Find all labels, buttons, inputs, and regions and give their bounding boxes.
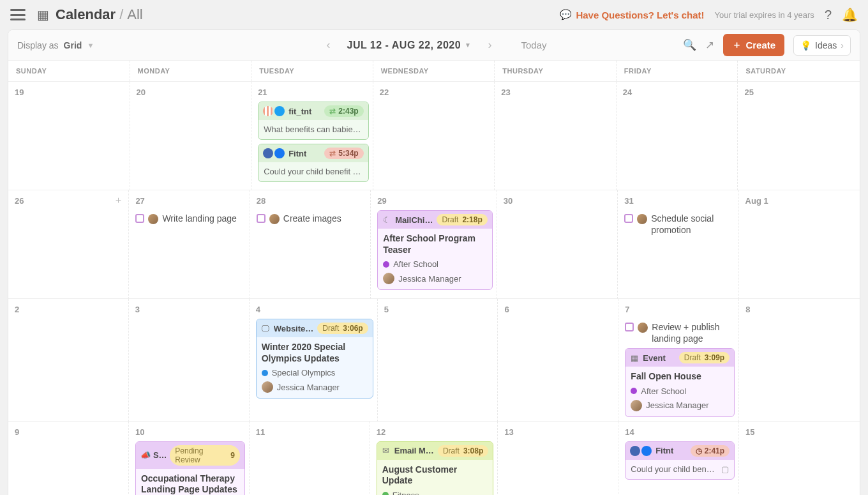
- menu-icon[interactable]: [10, 9, 26, 20]
- add-icon[interactable]: ＋: [114, 194, 123, 206]
- date-range-selector[interactable]: JUL 12 - AUG 22, 2020 ▼: [347, 40, 471, 51]
- weekday-thu: THURSDAY: [495, 61, 617, 81]
- day-cell[interactable]: 13: [498, 422, 618, 495]
- content-card[interactable]: 🖵 Website… Draft3:06p Winter 2020 Specia…: [256, 319, 373, 399]
- day-cell[interactable]: 26＋: [8, 190, 129, 299]
- weekday-tue: TUESDAY: [251, 61, 373, 81]
- chevron-right-icon: ›: [841, 40, 844, 50]
- day-cell[interactable]: 10 📣 S… Pending Review 9 Occupational Th…: [129, 422, 250, 495]
- checkbox[interactable]: [257, 214, 266, 223]
- email-card[interactable]: ✉ Email M… Draft3:08p August Customer Up…: [377, 441, 494, 495]
- facebook-icon: [630, 446, 640, 456]
- day-cell[interactable]: Aug 1: [739, 190, 860, 299]
- search-icon[interactable]: 🔍: [683, 38, 696, 52]
- social-card[interactable]: fit_tnt ⇄2:43p What benefits can babie…: [258, 102, 369, 140]
- clock-icon: ◷: [696, 446, 702, 455]
- megaphone-icon: 📣: [140, 450, 149, 460]
- share-icon[interactable]: ↗: [705, 38, 714, 52]
- avatar: [148, 214, 158, 224]
- shuffle-icon: ⇄: [329, 149, 336, 158]
- day-cell[interactable]: 19: [8, 82, 130, 190]
- chat-icon: 💬: [560, 9, 572, 20]
- card-title: Fall Open House: [631, 371, 729, 383]
- day-cell[interactable]: 15: [739, 422, 860, 495]
- next-icon[interactable]: ›: [483, 36, 497, 54]
- day-cell[interactable]: 23: [495, 82, 617, 190]
- ideas-button[interactable]: 💡 Ideas ›: [793, 35, 851, 56]
- help-icon[interactable]: ?: [825, 8, 832, 22]
- social-campaign-card[interactable]: 📣 S… Pending Review 9 Occupational Thera…: [135, 441, 245, 495]
- day-cell[interactable]: 25: [738, 82, 860, 190]
- day-cell[interactable]: 11: [250, 422, 370, 495]
- card-body: Could your child benefit …: [258, 162, 368, 181]
- task-item[interactable]: Write landing page: [135, 213, 245, 224]
- day-cell[interactable]: 21 fit_tnt ⇄2:43p What benefits can babi…: [251, 82, 373, 190]
- social-card[interactable]: Fitnt ◷2:41p Could your child ben… ▢: [625, 441, 735, 480]
- day-cell[interactable]: 20: [130, 82, 252, 190]
- time-pill: ◷2:41p: [691, 445, 730, 457]
- day-cell[interactable]: 27 Write landing page: [129, 190, 250, 299]
- avatar: [383, 273, 394, 284]
- trial-status: Your trial expires in 4 years: [715, 10, 814, 20]
- status-pill: Pending Review 9: [170, 445, 240, 466]
- app-header: ▦ Calendar / All 💬 Have Questions? Let's…: [0, 0, 868, 29]
- email-card[interactable]: ☾ MailChi… Draft2:18p After School Progr…: [377, 210, 493, 290]
- calendar-small-icon: ▦: [630, 353, 639, 363]
- tag-dot: [383, 261, 389, 268]
- day-cell[interactable]: 24: [617, 82, 738, 190]
- day-cell[interactable]: 3: [129, 299, 250, 422]
- create-button[interactable]: ＋ Create: [723, 34, 784, 56]
- megaphone-icon: [641, 446, 652, 456]
- calendar-icon: ▦: [37, 7, 49, 22]
- day-cell[interactable]: 6: [498, 299, 618, 422]
- day-cell[interactable]: 7 Review + publish landing page ▦ Event …: [618, 299, 739, 422]
- task-item[interactable]: Schedule social promotion: [624, 213, 734, 236]
- day-cell[interactable]: 12 ✉ Email M… Draft3:08p August Customer…: [370, 422, 498, 495]
- task-item[interactable]: Create images: [257, 213, 366, 224]
- network-icon: [263, 106, 273, 116]
- avatar: [638, 323, 648, 333]
- avatar: [631, 400, 642, 411]
- day-cell[interactable]: 31 Schedule social promotion: [618, 190, 738, 299]
- weekday-sat: SATURDAY: [738, 61, 860, 81]
- day-cell[interactable]: 4 🖵 Website… Draft3:06p Winter 2020 Spec…: [250, 299, 378, 422]
- day-cell[interactable]: 22: [373, 82, 495, 190]
- card-title: Occupational Therapy Landing Page Update…: [141, 473, 239, 495]
- day-cell[interactable]: 2: [8, 299, 129, 422]
- week-row-2: 26＋ 27 Write landing page 28 Create imag…: [8, 190, 860, 299]
- checkbox[interactable]: [625, 323, 634, 331]
- event-card[interactable]: ▦ Event Draft3:09p Fall Open House After…: [625, 348, 735, 417]
- today-button[interactable]: Today: [521, 40, 546, 50]
- day-cell[interactable]: 8: [739, 299, 860, 422]
- checkbox[interactable]: [135, 214, 144, 223]
- chat-link[interactable]: 💬 Have Questions? Let's chat!: [560, 9, 704, 20]
- weekday-sun: SUNDAY: [8, 61, 130, 81]
- checkbox[interactable]: [624, 214, 633, 223]
- day-cell[interactable]: 28 Create images: [250, 190, 371, 299]
- title-main: Calendar: [56, 6, 116, 23]
- avatar: [269, 214, 280, 224]
- bell-icon[interactable]: 🔔: [842, 7, 858, 22]
- day-cell[interactable]: 5: [378, 299, 498, 422]
- day-cell[interactable]: 14 Fitnt ◷2:41p Could your child ben… ▢: [618, 422, 739, 495]
- monitor-icon: 🖵: [261, 324, 270, 333]
- social-card[interactable]: Fitnt ⇄5:34p Could your child benefit …: [258, 144, 369, 182]
- prev-icon[interactable]: ‹: [321, 36, 335, 54]
- plus-icon: ＋: [732, 39, 742, 51]
- tag-dot: [262, 370, 268, 376]
- weekday-fri: FRIDAY: [617, 61, 738, 81]
- display-as-selector[interactable]: Display as Grid ▼: [17, 40, 94, 50]
- card-body: Could your child ben…: [631, 464, 721, 474]
- task-item[interactable]: Review + publish landing page: [625, 321, 735, 344]
- status-pill: Draft3:08p: [438, 445, 488, 457]
- page-title: ▦ Calendar / All: [37, 6, 143, 23]
- day-cell[interactable]: 29 ☾ MailChi… Draft2:18p After School Pr…: [371, 190, 497, 299]
- avatar: [637, 214, 647, 224]
- chevron-down-icon: ▼: [87, 42, 94, 49]
- tag-dot: [631, 388, 637, 394]
- shuffle-icon: ⇄: [329, 107, 336, 116]
- weekday-headers: SUNDAY MONDAY TUESDAY WEDNESDAY THURSDAY…: [8, 61, 860, 82]
- day-cell[interactable]: 9: [8, 422, 129, 495]
- week-row-3: 2 3 4 🖵 Website… Draft3:06p Winter 2020 …: [8, 299, 860, 422]
- day-cell[interactable]: 30: [497, 190, 618, 299]
